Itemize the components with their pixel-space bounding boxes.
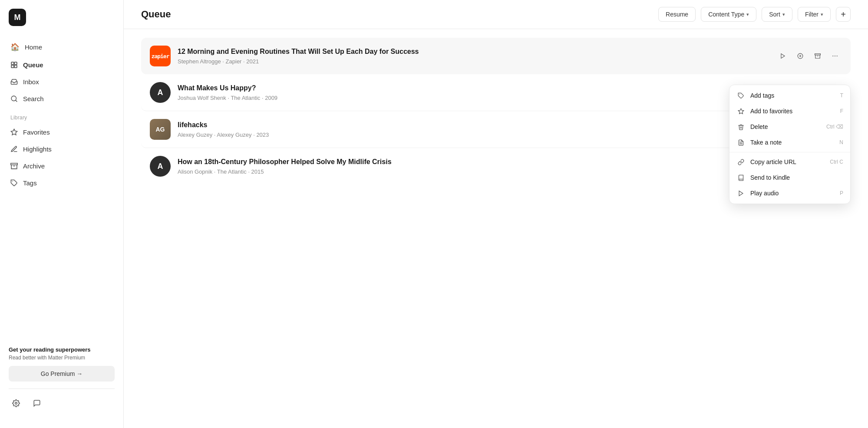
go-premium-button[interactable]: Go Premium → xyxy=(9,366,115,382)
sidebar-item-home-label: Home xyxy=(25,43,42,51)
context-copy-url-shortcut: Ctrl C xyxy=(830,159,843,165)
content-type-chevron-icon: ▾ xyxy=(746,12,749,17)
context-copy-url-label: Copy article URL xyxy=(750,158,796,165)
star-icon xyxy=(736,108,745,115)
tags-icon xyxy=(10,179,18,187)
delete-icon xyxy=(736,124,745,130)
settings-icon[interactable] xyxy=(9,396,23,411)
sidebar-item-search-label: Search xyxy=(23,95,44,102)
sidebar-item-tags[interactable]: Tags xyxy=(4,175,119,191)
svg-rect-1 xyxy=(14,62,17,65)
article-title: How an 18th-Century Philosopher Helped S… xyxy=(178,158,769,167)
archive-icon xyxy=(10,162,18,170)
sidebar-footer xyxy=(9,388,115,411)
context-menu-take-note[interactable]: Take a note N xyxy=(729,135,850,150)
sidebar: M 🏠 Home Queue xyxy=(0,0,124,428)
tag-icon xyxy=(736,92,745,99)
article-info: How an 18th-Century Philosopher Helped S… xyxy=(178,158,769,175)
context-menu-add-favorites[interactable]: Add to favorites F xyxy=(729,103,850,119)
context-add-tags-shortcut: T xyxy=(840,92,843,99)
content-type-label: Content Type xyxy=(708,11,744,18)
page-title: Queue xyxy=(141,9,653,20)
kindle-icon xyxy=(736,174,745,181)
archive-btn[interactable] xyxy=(811,49,825,63)
article-info: lifehacks Alexey Guzey · Alexey Guzey · … xyxy=(178,121,769,138)
sidebar-item-highlights-label: Highlights xyxy=(23,145,52,153)
content-type-button[interactable]: Content Type ▾ xyxy=(701,7,756,22)
svg-rect-7 xyxy=(11,163,18,165)
sort-button[interactable]: Sort ▾ xyxy=(762,7,792,22)
svg-rect-0 xyxy=(11,62,14,65)
sidebar-nav: 🏠 Home Queue Inbox xyxy=(0,38,123,107)
library-nav: Favorites Highlights Archive xyxy=(0,124,123,191)
article-title: 12 Morning and Evening Routines That Wil… xyxy=(178,47,769,56)
svg-point-10 xyxy=(15,402,17,405)
sidebar-item-inbox[interactable]: Inbox xyxy=(4,74,119,90)
svg-rect-3 xyxy=(14,65,17,68)
note-icon xyxy=(736,139,745,146)
svg-point-18 xyxy=(835,56,835,56)
context-menu-send-kindle[interactable]: Send to Kindle xyxy=(729,170,850,185)
add-button[interactable]: + xyxy=(836,7,851,22)
svg-marker-24 xyxy=(739,191,743,195)
resume-label: Resume xyxy=(666,11,688,18)
main-content: Queue Resume Content Type ▾ Sort ▾ Filte… xyxy=(124,0,868,428)
article-title: lifehacks xyxy=(178,121,769,130)
svg-point-17 xyxy=(832,56,833,56)
sidebar-item-search[interactable]: Search xyxy=(4,91,119,107)
context-take-note-label: Take a note xyxy=(750,139,782,146)
context-menu-divider xyxy=(729,152,850,152)
avatar: AG xyxy=(150,119,171,140)
chat-icon[interactable] xyxy=(30,396,44,411)
filter-chevron-icon: ▾ xyxy=(821,12,823,17)
bookmark-button[interactable] xyxy=(793,49,807,63)
avatar: A xyxy=(150,82,171,103)
context-add-favorites-label: Add to favorites xyxy=(750,108,792,115)
sidebar-item-highlights[interactable]: Highlights xyxy=(4,141,119,157)
sidebar-item-tags-label: Tags xyxy=(23,179,37,187)
play-audio-icon xyxy=(736,190,745,197)
article-meta: Joshua Wolf Shenk · The Atlantic · 2009 xyxy=(178,95,769,101)
article-info: 12 Morning and Evening Routines That Wil… xyxy=(178,47,769,65)
context-delete-shortcut: Ctrl ⌫ xyxy=(826,124,843,130)
context-menu: Add tags T Add to favorites F xyxy=(729,85,851,204)
app-logo[interactable]: M xyxy=(9,9,26,26)
library-section-label: Library xyxy=(0,107,123,124)
context-add-tags-label: Add tags xyxy=(750,92,774,99)
svg-point-19 xyxy=(837,56,838,56)
context-play-audio-label: Play audio xyxy=(750,190,779,197)
sidebar-item-queue[interactable]: Queue xyxy=(4,57,119,73)
inbox-icon xyxy=(10,78,18,86)
sidebar-item-home[interactable]: 🏠 Home xyxy=(4,38,119,56)
context-menu-play-audio[interactable]: Play audio P xyxy=(729,185,850,201)
sidebar-item-archive-label: Archive xyxy=(23,162,45,170)
svg-marker-21 xyxy=(738,109,744,114)
context-menu-add-tags[interactable]: Add tags T xyxy=(729,88,850,103)
article-item[interactable]: zapier 12 Morning and Evening Routines T… xyxy=(141,38,851,74)
context-menu-copy-url[interactable]: Copy article URL Ctrl C xyxy=(729,154,850,170)
topbar: Queue Resume Content Type ▾ Sort ▾ Filte… xyxy=(124,0,868,29)
sort-chevron-icon: ▾ xyxy=(782,12,785,17)
avatar: A xyxy=(150,156,171,177)
premium-box: Get your reading superpowers Read better… xyxy=(9,346,115,388)
sidebar-item-favorites[interactable]: Favorites xyxy=(4,124,119,140)
search-nav-icon xyxy=(10,95,18,102)
svg-line-5 xyxy=(16,100,17,102)
article-meta: Alison Gopnik · The Atlantic · 2015 xyxy=(178,168,769,175)
article-actions xyxy=(776,49,842,63)
svg-rect-2 xyxy=(11,65,14,68)
more-button[interactable] xyxy=(828,49,842,63)
play-button[interactable] xyxy=(776,49,790,63)
sidebar-item-favorites-label: Favorites xyxy=(23,128,50,136)
context-play-audio-shortcut: P xyxy=(840,190,843,196)
resume-button[interactable]: Resume xyxy=(658,7,696,22)
sidebar-item-archive[interactable]: Archive xyxy=(4,158,119,174)
sort-label: Sort xyxy=(769,11,780,18)
highlights-icon xyxy=(10,145,18,153)
context-menu-delete[interactable]: Delete Ctrl ⌫ xyxy=(729,119,850,135)
filter-button[interactable]: Filter ▾ xyxy=(798,7,831,22)
avatar: zapier xyxy=(150,46,171,66)
queue-icon xyxy=(10,61,18,69)
premium-subtitle: Read better with Matter Premium xyxy=(9,355,115,361)
article-title: What Makes Us Happy? xyxy=(178,84,769,93)
